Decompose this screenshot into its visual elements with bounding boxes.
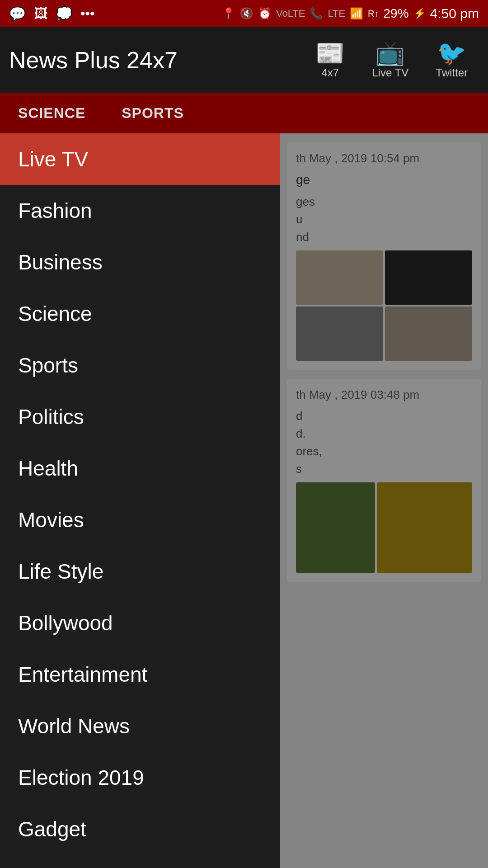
more-icon: ••• <box>80 6 95 21</box>
category-tabs: SCIENCE SPORTS <box>0 93 488 133</box>
status-bar-left-icons: 💬 🖼 💭 ••• <box>9 6 95 22</box>
tab-science[interactable]: SCIENCE <box>0 93 103 133</box>
sidebar-item-live-tv[interactable]: Live TV <box>0 133 280 185</box>
sidebar-item-bollywood[interactable]: Bollywood <box>0 597 280 649</box>
sidebar-item-health[interactable]: Health <box>0 443 280 494</box>
live-tv-icon: 📺 <box>375 41 405 65</box>
main-layout: Live TV Fashion Business Science Sports … <box>0 133 488 868</box>
content-area: th May , 2019 10:54 pm ge gesund th May … <box>280 133 488 868</box>
image-icon: 🖼 <box>34 6 47 21</box>
sidebar-drawer: Live TV Fashion Business Science Sports … <box>0 133 280 868</box>
chat-icon: 💭 <box>56 6 72 22</box>
sidebar-item-politics[interactable]: Politics <box>0 391 280 443</box>
alarm-icon: ⏰ <box>258 7 272 20</box>
sidebar-item-entertainment[interactable]: Entertainment <box>0 649 280 700</box>
twitter-icon: 🐦 <box>437 41 466 65</box>
location-icon: 📍 <box>222 7 235 20</box>
status-bar-right-icons: 📍 🔇 ⏰ VoLTE 📞 LTE 📶 R↑ 29% ⚡ 4:50 pm <box>222 6 479 21</box>
sidebar-item-fashion[interactable]: Fashion <box>0 185 280 236</box>
sidebar-item-world-news[interactable]: World News <box>0 700 280 752</box>
app-header: News Plus 24x7 📰 4x7 📺 Live TV 🐦 Twitter <box>0 27 488 93</box>
battery-indicator: 29% <box>384 6 409 21</box>
live-tv-button[interactable]: 📺 Live TV <box>361 37 420 84</box>
clock: 4:50 pm <box>430 6 479 21</box>
twitter-button[interactable]: 🐦 Twitter <box>424 37 479 84</box>
tab-sports[interactable]: SPORTS <box>103 93 202 133</box>
volte-icon: VoLTE <box>276 8 305 19</box>
mute-icon: 🔇 <box>240 7 253 20</box>
sidebar-item-business[interactable]: Business <box>0 236 280 288</box>
status-bar: 💬 🖼 💭 ••• 📍 🔇 ⏰ VoLTE 📞 LTE 📶 R↑ 29% ⚡ 4… <box>0 0 488 27</box>
sidebar-item-election2019[interactable]: Election 2019 <box>0 752 280 803</box>
whatsapp-icon: 💬 <box>9 6 26 22</box>
signal2-icon: R↑ <box>368 9 379 19</box>
header-icons: 📰 4x7 📺 Live TV 🐦 Twitter <box>304 37 479 84</box>
sidebar-item-science[interactable]: Science <box>0 288 280 340</box>
sidebar-item-gadget[interactable]: Gadget <box>0 803 280 855</box>
sidebar-item-lifestyle[interactable]: Life Style <box>0 546 280 597</box>
drawer-overlay[interactable] <box>280 133 488 868</box>
sidebar-item-sports[interactable]: Sports <box>0 340 280 391</box>
phone-icon: 📞 <box>310 7 323 20</box>
lte-icon: LTE <box>328 8 345 19</box>
sidebar-item-movies[interactable]: Movies <box>0 494 280 546</box>
charging-icon: ⚡ <box>413 8 426 19</box>
signal-icon: 📶 <box>350 7 363 20</box>
app-logo-partial: 📰 4x7 <box>304 37 356 84</box>
app-title: News Plus 24x7 <box>9 47 304 74</box>
